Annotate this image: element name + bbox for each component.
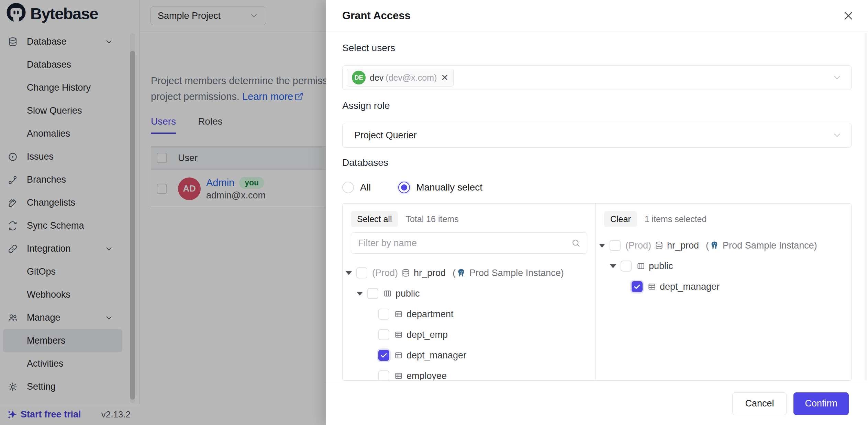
tree-row-schema[interactable]: public [599, 256, 843, 276]
modal-backdrop[interactable] [0, 0, 326, 425]
selected-pane: Clear 1 items selected (Prod) hr_prod ( … [596, 204, 851, 380]
table-icon [394, 330, 403, 339]
checkbox-checked[interactable] [378, 350, 389, 361]
checkbox[interactable] [610, 240, 621, 251]
filter-input[interactable] [357, 238, 571, 249]
check-icon [633, 283, 641, 291]
caret-down-icon[interactable] [610, 264, 616, 268]
chip-user-email: (dev@x.com) [386, 73, 437, 83]
caret-down-icon[interactable] [346, 271, 352, 275]
table-icon [647, 282, 656, 291]
selected-tree: (Prod) hr_prod ( Prod Sample Instance) p… [599, 235, 843, 297]
table-name: dept_manager [660, 282, 720, 292]
remove-user-icon[interactable]: ✕ [441, 73, 448, 82]
table-name: dept_emp [407, 330, 448, 340]
table-name: department [407, 309, 454, 320]
caret-down-icon[interactable] [357, 292, 363, 296]
app-root: Bytebase Database Databases Change Histo… [0, 0, 868, 425]
postgresql-icon [710, 241, 719, 250]
database-name: hr_prod [414, 268, 446, 278]
instance-label: Prod Sample Instance) [723, 240, 817, 251]
confirm-button[interactable]: Confirm [793, 392, 849, 415]
schema-icon [383, 289, 392, 298]
tree-row-table[interactable]: dept_manager [346, 345, 587, 366]
select-users-label: Select users [342, 43, 395, 54]
instance-label: Prod Sample Instance) [469, 268, 564, 278]
select-all-button[interactable]: Select all [351, 211, 398, 227]
radio-manual-label: Manually select [416, 182, 482, 193]
database-scope-radios: All Manually select [342, 180, 482, 195]
cancel-button[interactable]: Cancel [732, 392, 787, 415]
source-tree: (Prod) hr_prod ( Prod Sample Instance) p… [346, 263, 587, 380]
radio-manually-select[interactable] [398, 182, 410, 193]
table-icon [394, 351, 403, 360]
modal-header: Grant Access [326, 0, 868, 32]
schema-name: public [649, 261, 673, 272]
env-label: (Prod) [625, 240, 651, 251]
checkbox[interactable] [378, 329, 389, 340]
radio-all-label: All [360, 182, 371, 193]
total-items-label: Total 16 items [405, 214, 458, 224]
tree-row-database[interactable]: (Prod) hr_prod ( Prod Sample Instance) [599, 235, 843, 256]
database-name: hr_prod [667, 240, 699, 251]
checkbox[interactable] [378, 370, 389, 380]
filter-box [351, 232, 587, 254]
schema-name: public [396, 288, 420, 299]
env-label: (Prod) [372, 268, 398, 278]
checkbox[interactable] [621, 261, 632, 272]
database-icon [401, 268, 410, 277]
tree-row-table[interactable]: dept_emp [346, 324, 587, 345]
modal-scrollbar-track[interactable] [865, 33, 867, 380]
assign-role-value: Project Querier [343, 130, 417, 141]
table-name: employee [407, 371, 447, 381]
table-name: dept_manager [407, 350, 466, 361]
clear-button[interactable]: Clear [604, 211, 637, 227]
checkbox-checked[interactable] [632, 281, 643, 292]
avatar: DE [352, 71, 366, 84]
modal-title: Grant Access [342, 10, 411, 22]
chevron-down-icon [832, 130, 842, 140]
assign-role-label: Assign role [342, 100, 390, 111]
selected-count-label: 1 items selected [645, 214, 707, 224]
close-icon[interactable] [841, 9, 856, 23]
select-users-input[interactable]: DE dev (dev@x.com) ✕ [342, 65, 852, 90]
checkbox[interactable] [378, 309, 389, 320]
search-icon [571, 238, 581, 248]
table-icon [394, 371, 403, 380]
databases-label: Databases [342, 157, 388, 168]
checkbox[interactable] [356, 267, 367, 278]
table-icon [394, 310, 403, 319]
tree-row-table[interactable]: employee [346, 366, 587, 380]
checkbox[interactable] [367, 288, 378, 299]
tree-row-schema[interactable]: public [346, 283, 587, 304]
chevron-down-icon [832, 72, 842, 83]
source-pane: Select all Total 16 items (Prod) hr_prod [343, 204, 596, 380]
grant-access-modal: Grant Access Select users DE dev (dev@x.… [326, 0, 868, 425]
schema-icon [636, 262, 645, 271]
database-transfer-panels: Select all Total 16 items (Prod) hr_prod [342, 203, 852, 381]
tree-row-database[interactable]: (Prod) hr_prod ( Prod Sample Instance) [346, 263, 587, 283]
caret-down-icon[interactable] [599, 244, 605, 248]
check-icon [380, 351, 388, 359]
tree-row-table[interactable]: department [346, 304, 587, 324]
database-icon [655, 241, 664, 250]
selected-user-chip: DE dev (dev@x.com) ✕ [347, 69, 454, 87]
postgresql-icon [456, 268, 466, 278]
tree-row-table[interactable]: dept_manager [599, 276, 843, 297]
chip-user-name: dev [370, 73, 383, 83]
assign-role-select[interactable]: Project Querier [342, 123, 852, 148]
modal-footer: Cancel Confirm [326, 382, 868, 425]
radio-all[interactable] [342, 182, 354, 193]
